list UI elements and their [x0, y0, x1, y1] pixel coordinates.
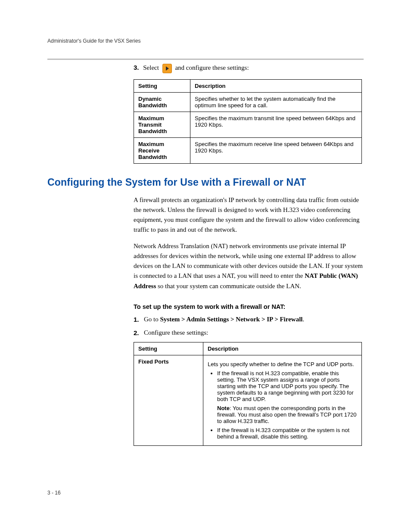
col-header-setting: Setting	[134, 79, 190, 92]
step-text-after: and configure these settings:	[175, 64, 249, 71]
table-header-row: Setting Description	[134, 79, 362, 92]
text: Go to	[144, 316, 160, 323]
procedure-steps: 1. Go to System > Admin Settings > Netwo…	[134, 314, 364, 338]
step-text-before: Select	[143, 64, 159, 71]
step-3-line: 3. Select and configure these settings:	[134, 62, 364, 73]
list-item: 2. Configure these settings:	[134, 328, 364, 338]
note-text: : You must open the corresponding ports …	[217, 405, 357, 424]
svg-marker-0	[166, 66, 169, 71]
setting-description: Specifies the maximum transmit line spee…	[190, 112, 362, 137]
paragraph: Network Address Translation (NAT) networ…	[134, 241, 364, 291]
setting-description: Lets you specify whether to define the T…	[203, 355, 362, 446]
setting-name: Dynamic Bandwidth	[134, 92, 190, 112]
table-row: Fixed Ports Lets you specify whether to …	[134, 355, 362, 446]
table-row: Maximum Transmit Bandwidth Specifies the…	[134, 112, 362, 137]
table-header-row: Setting Description	[134, 342, 362, 355]
col-header-setting: Setting	[134, 342, 203, 355]
table-row: Maximum Receive Bandwidth Specifies the …	[134, 137, 362, 163]
page-content: 3. Select and configure these settings: …	[47, 62, 364, 446]
setting-name: Maximum Transmit Bandwidth	[134, 112, 190, 137]
setting-description: Specifies the maximum receive line speed…	[190, 137, 362, 163]
step-number: 3.	[134, 64, 139, 71]
section-body: A firewall protects an organization's IP…	[134, 195, 364, 446]
text: so that your system can communicate outs…	[156, 283, 301, 289]
paragraph: A firewall protects an organization's IP…	[134, 195, 364, 235]
text: Configure these settings:	[144, 329, 208, 336]
procedure-title: To set up the system to work with a fire…	[134, 303, 364, 310]
document-page: Administrator's Guide for the VSX Series…	[0, 0, 411, 532]
bullet-list: If the firewall is not H.323 compatible,…	[208, 370, 357, 440]
step-number: 2.	[134, 328, 139, 338]
list-item: 1. Go to System > Admin Settings > Netwo…	[134, 314, 364, 324]
arrow-right-icon	[162, 64, 172, 73]
step-3-block: 3. Select and configure these settings: …	[134, 62, 364, 164]
setting-description: Specifies whether to let the system auto…	[190, 92, 362, 112]
setting-name: Fixed Ports	[134, 355, 203, 446]
table-row: Dynamic Bandwidth Specifies whether to l…	[134, 92, 362, 112]
text: If the firewall is not H.323 compatible,…	[217, 370, 354, 402]
running-header: Administrator's Guide for the VSX Series	[47, 38, 364, 47]
note: Note: You must open the corresponding po…	[217, 405, 357, 424]
step-number: 1.	[134, 314, 139, 324]
col-header-description: Description	[203, 342, 362, 355]
header-rule	[47, 59, 364, 60]
text: .	[303, 316, 305, 323]
bandwidth-settings-table: Setting Description Dynamic Bandwidth Sp…	[134, 79, 362, 164]
page-number: 3 - 16	[47, 490, 61, 496]
list-item: If the firewall is not H.323 compatible,…	[217, 370, 357, 424]
col-header-description: Description	[190, 79, 362, 92]
list-item: If the firewall is H.323 compatible or t…	[217, 427, 357, 440]
firewall-settings-table: Setting Description Fixed Ports Lets you…	[134, 342, 362, 446]
note-label: Note	[217, 405, 230, 411]
text: Lets you specify whether to define the T…	[208, 361, 357, 367]
bold-text: System > Admin Settings > Network > IP >…	[160, 316, 303, 323]
section-heading: Configuring the System for Use with a Fi…	[47, 177, 364, 188]
setting-name: Maximum Receive Bandwidth	[134, 137, 190, 163]
